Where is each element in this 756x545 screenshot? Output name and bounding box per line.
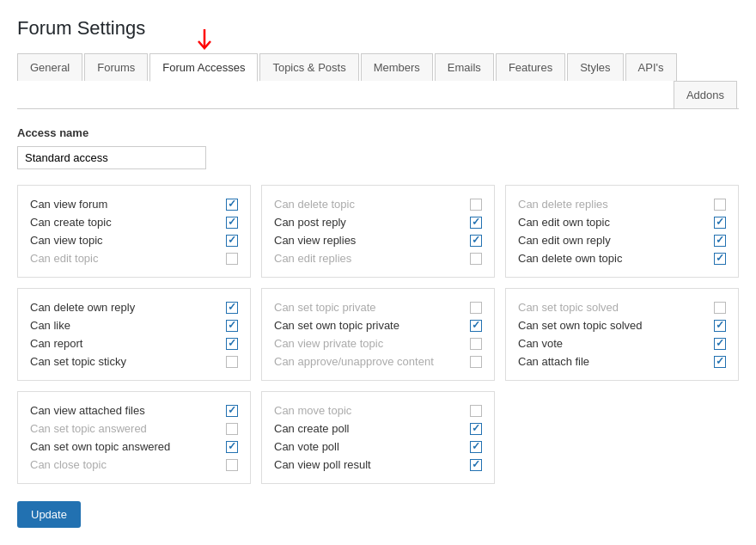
checkbox-move-topic[interactable] [470, 405, 482, 417]
perm-set-own-topic-solved: Can set own topic solved [518, 319, 726, 332]
perm-view-topic: Can view topic [30, 234, 238, 247]
perm-delete-own-topic: Can delete own topic [518, 252, 726, 265]
checkbox-vote[interactable] [714, 338, 726, 350]
perm-vote: Can vote [518, 337, 726, 350]
tab-styles[interactable]: Styles [567, 53, 623, 81]
checkbox-set-own-topic-solved[interactable] [714, 320, 726, 332]
checkbox-delete-own-reply[interactable] [226, 302, 238, 314]
perm-edit-own-topic: Can edit own topic [518, 216, 726, 229]
checkbox-edit-topic[interactable] [226, 253, 238, 265]
checkbox-edit-replies[interactable] [470, 253, 482, 265]
perm-delete-replies: Can delete replies [518, 198, 726, 211]
page-title: Forum Settings [17, 17, 739, 40]
checkbox-set-own-topic-private[interactable] [470, 320, 482, 332]
perm-set-own-topic-private: Can set own topic private [274, 319, 482, 332]
checkbox-set-topic-sticky[interactable] [226, 356, 238, 368]
perm-like: Can like [30, 319, 238, 332]
perm-view-attached-files: Can view attached files [30, 404, 238, 417]
checkbox-view-poll-result[interactable] [470, 459, 482, 471]
checkbox-set-own-topic-answered[interactable] [226, 441, 238, 453]
perm-delete-own-reply: Can delete own reply [30, 301, 238, 314]
perm-create-poll: Can create poll [274, 422, 482, 435]
tab-forum-accesses[interactable]: Forum Accesses [149, 53, 258, 82]
panel-4: Can delete own reply Can like Can report… [17, 288, 251, 381]
tab-emails[interactable]: Emails [435, 53, 494, 81]
tab-forums[interactable]: Forums [84, 53, 148, 81]
perm-set-topic-answered: Can set topic answered [30, 422, 238, 435]
checkbox-post-reply[interactable] [470, 217, 482, 229]
checkbox-close-topic[interactable] [226, 459, 238, 471]
checkbox-view-replies[interactable] [470, 235, 482, 247]
checkbox-view-private-topic[interactable] [470, 338, 482, 350]
checkbox-delete-topic[interactable] [470, 199, 482, 211]
perm-report: Can report [30, 337, 238, 350]
checkbox-edit-own-reply[interactable] [714, 235, 726, 247]
tab-addons[interactable]: Addons [674, 81, 737, 108]
checkbox-view-attached-files[interactable] [226, 405, 238, 417]
permissions-row-1: Can view forum Can create topic Can view… [17, 185, 739, 278]
checkbox-vote-poll[interactable] [470, 441, 482, 453]
perm-view-private-topic: Can view private topic [274, 337, 482, 350]
checkbox-approve-unapprove[interactable] [470, 356, 482, 368]
perm-vote-poll: Can vote poll [274, 440, 482, 453]
access-name-section: Access name [17, 126, 739, 185]
perm-set-topic-sticky: Can set topic sticky [30, 355, 238, 368]
perm-edit-topic: Can edit topic [30, 252, 238, 265]
checkbox-set-topic-answered[interactable] [226, 423, 238, 435]
update-button[interactable]: Update [17, 501, 81, 528]
tab-bar: General Forums Forum Accesses Topics & P… [17, 53, 739, 109]
perm-delete-topic: Can delete topic [274, 198, 482, 211]
checkbox-attach-file[interactable] [714, 356, 726, 368]
checkbox-like[interactable] [226, 320, 238, 332]
perm-move-topic: Can move topic [274, 404, 482, 417]
access-name-input[interactable] [17, 146, 206, 169]
panel-7: Can view attached files Can set topic an… [17, 391, 251, 484]
panel-1: Can view forum Can create topic Can view… [17, 185, 251, 278]
checkbox-set-topic-solved[interactable] [714, 302, 726, 314]
perm-edit-replies: Can edit replies [274, 252, 482, 265]
panel-3: Can delete replies Can edit own topic Ca… [505, 185, 739, 278]
tab-topics-posts[interactable]: Topics & Posts [259, 53, 358, 81]
perm-approve-unapprove: Can approve/unapprove content [274, 355, 482, 368]
tab-general[interactable]: General [17, 53, 82, 81]
permissions-row-2: Can delete own reply Can like Can report… [17, 288, 739, 381]
perm-attach-file: Can attach file [518, 355, 726, 368]
checkbox-create-poll[interactable] [470, 423, 482, 435]
tab-apis[interactable]: API's [625, 53, 677, 81]
perm-set-own-topic-answered: Can set own topic answered [30, 440, 238, 453]
checkbox-view-topic[interactable] [226, 235, 238, 247]
checkbox-report[interactable] [226, 338, 238, 350]
checkbox-delete-own-topic[interactable] [714, 253, 726, 265]
perm-set-topic-private: Can set topic private [274, 301, 482, 314]
perm-view-replies: Can view replies [274, 234, 482, 247]
tab-features[interactable]: Features [496, 53, 565, 81]
perm-create-topic: Can create topic [30, 216, 238, 229]
checkbox-view-forum[interactable] [226, 199, 238, 211]
perm-post-reply: Can post reply [274, 216, 482, 229]
panel-empty [505, 391, 739, 484]
checkbox-delete-replies[interactable] [714, 199, 726, 211]
checkbox-set-topic-private[interactable] [470, 302, 482, 314]
panel-8: Can move topic Can create poll Can vote … [261, 391, 495, 484]
panel-5: Can set topic private Can set own topic … [261, 288, 495, 381]
permissions-row-3: Can view attached files Can set topic an… [17, 391, 739, 484]
checkbox-create-topic[interactable] [226, 217, 238, 229]
panel-2: Can delete topic Can post reply Can view… [261, 185, 495, 278]
panel-6: Can set topic solved Can set own topic s… [505, 288, 739, 381]
checkbox-edit-own-topic[interactable] [714, 217, 726, 229]
access-name-label: Access name [17, 126, 739, 139]
perm-view-forum: Can view forum [30, 198, 238, 211]
tab-members[interactable]: Members [361, 53, 433, 81]
perm-close-topic: Can close topic [30, 458, 238, 471]
perm-view-poll-result: Can view poll result [274, 458, 482, 471]
perm-set-topic-solved: Can set topic solved [518, 301, 726, 314]
perm-edit-own-reply: Can edit own reply [518, 234, 726, 247]
